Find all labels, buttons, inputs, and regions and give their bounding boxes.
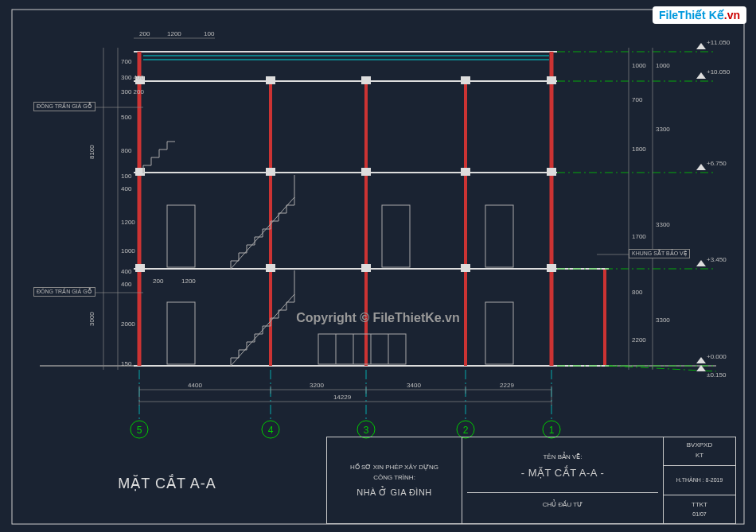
svg-text:1: 1 bbox=[549, 425, 555, 436]
svg-text:+6.750: +6.750 bbox=[707, 160, 727, 167]
svg-text:3200: 3200 bbox=[310, 382, 324, 389]
svg-text:4: 4 bbox=[268, 425, 274, 436]
svg-text:3300: 3300 bbox=[656, 221, 670, 228]
tb-date: H.THÀNH : 8-2019 bbox=[676, 477, 723, 483]
svg-text:700: 700 bbox=[121, 58, 132, 65]
svg-text:1800: 1800 bbox=[632, 146, 646, 153]
svg-text:400: 400 bbox=[121, 281, 132, 288]
svg-text:800: 800 bbox=[121, 147, 132, 154]
svg-rect-23 bbox=[135, 264, 145, 272]
svg-text:2: 2 bbox=[463, 425, 469, 436]
svg-text:+10.050: +10.050 bbox=[707, 68, 731, 76]
label-ceiling-lower: ĐÓNG TRẦN GIÁ GỖ bbox=[33, 287, 95, 297]
tb-sheet-label: TÊN BẢN VẼ: bbox=[543, 453, 582, 460]
svg-line-39 bbox=[231, 197, 294, 269]
svg-rect-30 bbox=[361, 168, 371, 176]
title-block: HỒ SƠ XIN PHÉP XÂY DỰNG CÔNG TRÌNH: NHÀ … bbox=[326, 437, 736, 524]
svg-text:1200: 1200 bbox=[181, 278, 196, 285]
svg-text:300 400: 300 400 bbox=[121, 74, 144, 81]
svg-rect-25 bbox=[361, 264, 371, 272]
svg-text:1200: 1200 bbox=[167, 30, 181, 37]
svg-rect-24 bbox=[266, 264, 275, 272]
svg-rect-45 bbox=[318, 334, 406, 364]
site-logo: FileThiết Kế.vn bbox=[653, 6, 746, 24]
tb-sheet-num: 01/07 bbox=[692, 511, 707, 517]
svg-rect-40 bbox=[167, 205, 195, 267]
tb-project-label: CÔNG TRÌNH: bbox=[373, 474, 415, 481]
tb-sheet-name: - MẶT CẮT A-A - bbox=[521, 467, 604, 479]
svg-text:2229: 2229 bbox=[500, 382, 514, 389]
svg-line-38 bbox=[231, 294, 294, 366]
svg-text:150: 150 bbox=[121, 360, 132, 367]
svg-text:700: 700 bbox=[632, 96, 643, 103]
svg-rect-26 bbox=[461, 264, 470, 272]
svg-text:100: 100 bbox=[121, 173, 132, 180]
svg-text:3400: 3400 bbox=[407, 382, 421, 389]
svg-text:1000: 1000 bbox=[656, 62, 670, 69]
svg-text:8100: 8100 bbox=[88, 145, 95, 159]
svg-text:3: 3 bbox=[364, 425, 369, 436]
svg-text:1200: 1200 bbox=[121, 219, 135, 226]
svg-text:5: 5 bbox=[137, 425, 142, 436]
svg-text:400: 400 bbox=[121, 268, 132, 275]
svg-rect-37 bbox=[547, 76, 556, 84]
svg-rect-32 bbox=[547, 168, 556, 176]
svg-text:300 200: 300 200 bbox=[121, 88, 144, 95]
svg-rect-31 bbox=[461, 168, 470, 176]
svg-text:4400: 4400 bbox=[188, 382, 202, 389]
svg-rect-35 bbox=[361, 76, 371, 84]
svg-text:1000: 1000 bbox=[632, 62, 646, 69]
svg-text:400: 400 bbox=[121, 185, 132, 192]
svg-text:1700: 1700 bbox=[632, 233, 646, 240]
watermark: Copyright © FileThietKe.vn bbox=[0, 311, 756, 325]
drawing-title: MẶT CẮT A-A bbox=[0, 475, 334, 492]
svg-rect-34 bbox=[266, 76, 275, 84]
svg-text:±0.150: ±0.150 bbox=[707, 371, 727, 379]
svg-text:14229: 14229 bbox=[333, 394, 352, 401]
svg-text:+11.050: +11.050 bbox=[707, 39, 731, 46]
svg-rect-41 bbox=[382, 205, 410, 267]
svg-text:2200: 2200 bbox=[632, 336, 646, 344]
cad-canvas: +11.050 +10.050 +6.750 +3.450 +0.000 ±0.… bbox=[0, 0, 756, 532]
svg-rect-27 bbox=[547, 264, 556, 272]
svg-text:200: 200 bbox=[153, 278, 164, 285]
tb-owner-label: CHỦ ĐẦU TƯ bbox=[543, 501, 583, 508]
tb-code2: KT bbox=[696, 452, 703, 459]
tb-project-name: NHÀ Ở GIA ĐÌNH bbox=[357, 487, 432, 498]
tb-sheet-code: TTKT bbox=[692, 501, 707, 508]
tb-project-type: HỒ SƠ XIN PHÉP XÂY DỰNG bbox=[350, 464, 438, 471]
svg-text:1000: 1000 bbox=[121, 247, 135, 254]
svg-rect-36 bbox=[461, 76, 470, 84]
svg-text:500: 500 bbox=[121, 114, 132, 121]
label-ceiling-upper: ĐÓNG TRẦN GIÁ GỖ bbox=[33, 102, 95, 111]
svg-rect-29 bbox=[266, 168, 275, 176]
svg-text:3300: 3300 bbox=[656, 126, 670, 133]
tb-code1: BVXPXD bbox=[687, 441, 712, 449]
label-guard: KHUNG SẮT BẢO VỆ bbox=[629, 249, 690, 258]
svg-text:+0.000: +0.000 bbox=[707, 353, 727, 360]
svg-text:200: 200 bbox=[139, 30, 150, 37]
svg-text:+3.450: +3.450 bbox=[707, 256, 727, 263]
svg-text:100: 100 bbox=[204, 30, 215, 37]
svg-rect-42 bbox=[485, 205, 513, 267]
svg-text:800: 800 bbox=[632, 289, 643, 296]
